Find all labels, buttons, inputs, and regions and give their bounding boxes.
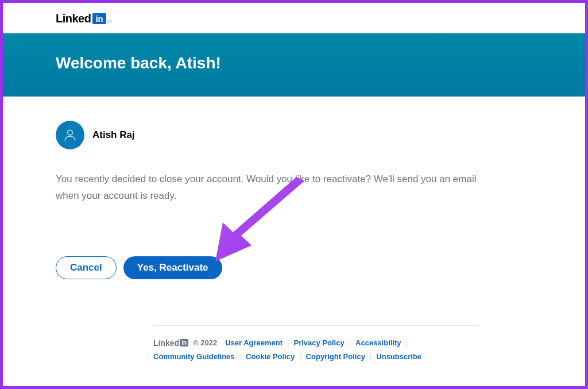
footer-link-user-agreement[interactable]: User Agreement	[225, 338, 283, 347]
footer-separator: |	[239, 352, 241, 361]
welcome-banner: Welcome back, Atish!	[3, 33, 585, 97]
person-icon	[63, 128, 78, 142]
username: Atish Raj	[92, 129, 135, 141]
footer-link-copyright[interactable]: Copyright Policy	[306, 352, 365, 361]
footer-separator: |	[299, 352, 301, 361]
logo-in-badge: in	[92, 13, 106, 24]
footer-separator: |	[349, 338, 351, 347]
footer-link-cookie[interactable]: Cookie Policy	[246, 352, 295, 361]
linkedin-logo: Linked in ®	[56, 12, 112, 25]
reactivate-button[interactable]: Yes, Reactivate	[123, 256, 222, 279]
avatar	[56, 121, 84, 149]
footer-logo: Linked in	[153, 338, 188, 348]
footer-link-accessibility[interactable]: Accessibility	[355, 338, 401, 347]
footer-link-community[interactable]: Community Guidelines	[153, 352, 235, 361]
logo-registered: ®	[107, 18, 112, 25]
footer-separator: |	[370, 352, 372, 361]
footer-logo-text: Linked	[153, 338, 179, 348]
footer-link-unsubscribe[interactable]: Unsubscribe	[376, 352, 421, 361]
footer-link-privacy[interactable]: Privacy Policy	[293, 338, 344, 347]
user-row: Atish Raj	[56, 121, 532, 149]
reactivate-message: You recently decided to close your accou…	[56, 171, 492, 205]
main-content: Atish Raj You recently decided to close …	[3, 97, 585, 361]
header-bar: Linked in ®	[3, 3, 585, 33]
cancel-button[interactable]: Cancel	[56, 256, 117, 279]
footer-separator: |	[287, 338, 289, 347]
footer-separator: |	[406, 338, 408, 347]
logo-text: Linked	[56, 12, 91, 25]
svg-point-0	[68, 130, 73, 135]
footer: Linked in © 2022 User Agreement | Privac…	[153, 325, 479, 361]
button-row: Cancel Yes, Reactivate	[56, 256, 532, 279]
footer-copyright: © 2022	[193, 338, 217, 347]
banner-title: Welcome back, Atish!	[56, 54, 532, 72]
footer-logo-in: in	[180, 339, 188, 346]
